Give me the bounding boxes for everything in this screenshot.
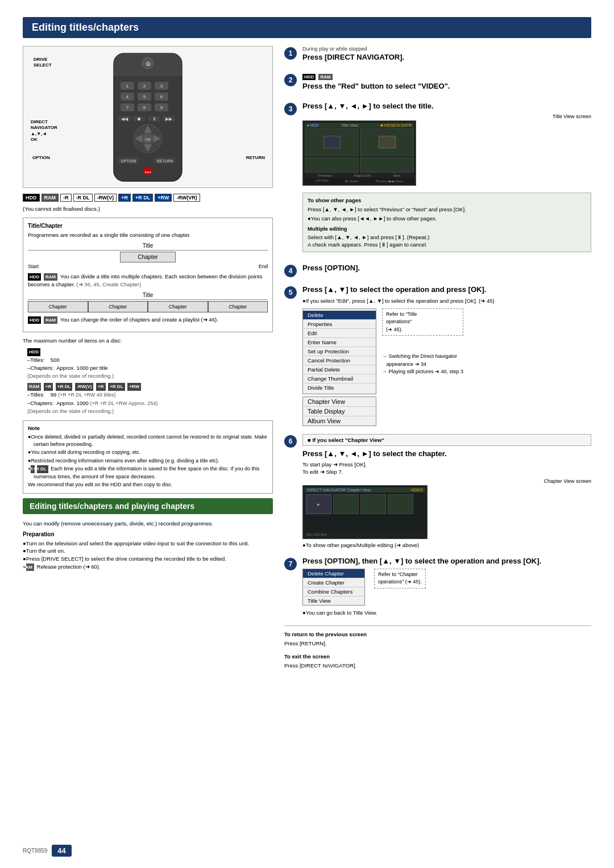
svg-text:⏺: ⏺: [137, 116, 142, 122]
option-label: OPTION: [32, 155, 50, 160]
chapter-block-4: Chapter: [208, 301, 268, 312]
step-5-menu-area: Delete Properties Edit Enter Name Set up…: [302, 308, 591, 426]
note-item-3: ●Restricted recording information remain…: [28, 457, 268, 465]
menu-properties: Properties: [303, 320, 376, 329]
step-2-num: 2: [284, 74, 297, 86]
step-6-to-edit: To edit ➜ Step 7.: [302, 469, 591, 475]
step-6: 6 ■ If you select "Chapter View" Press […: [284, 434, 591, 549]
step-7-menu: Delete Chapter Create Chapter Combine Ch…: [302, 569, 365, 606]
note-box: Note ●Once deleted, divided or partially…: [23, 420, 273, 494]
if-select-box: ■ If you select "Chapter View": [302, 434, 591, 446]
screen-label-3: Title View screen: [302, 114, 591, 119]
ram-badges-row: RAM +R +R DL -RW(V) +R +R DL +RW: [27, 382, 273, 391]
right-column: 1 During play or while stopped Press [DI…: [284, 46, 591, 670]
title-label1: Title: [28, 243, 268, 249]
step-6-num: 6: [284, 435, 297, 448]
step-5-menu: Delete Properties Edit Enter Name Set up…: [302, 308, 376, 394]
ch-screen-footer: No. 1/10 Edit: [305, 532, 425, 537]
menu-enter-name: Enter Name: [303, 338, 376, 347]
svg-text:⏻: ⏻: [146, 61, 151, 66]
note-item-5: We recommend that you edit on the HDD an…: [28, 481, 268, 489]
prep-items: ●Turn on the television and select the a…: [23, 540, 273, 571]
menu-album-view: Album View: [303, 416, 376, 425]
annotation-title-ops: Refer to "Titleoperations"(➜ 45).: [382, 308, 463, 336]
step-5-num: 5: [284, 286, 297, 299]
note-item-4: ●+R +R DL Each time you edit a title the…: [28, 465, 268, 480]
svg-text:RETURN: RETURN: [156, 159, 173, 163]
compat-note: (You cannot edit finalised discs.): [23, 205, 273, 213]
step-1: 1 During play or while stopped Press [DI…: [284, 46, 591, 65]
tc-diagram2: Title Chapter Chapter Chapter Chapter: [28, 292, 268, 312]
show-pages-desc1: Press [▲, ▼, ◄, ►] to select "Previous" …: [308, 206, 586, 213]
step-3-content: Press [▲, ▼, ◄, ►] to select the title. …: [302, 102, 591, 256]
step-5-content: Press [▲, ▼] to select the operation and…: [302, 285, 591, 425]
ram-titles: –Titles: 99 (+R +R DL +RW 49 titles): [27, 391, 273, 399]
hdd-spec-title: HDD: [27, 348, 273, 356]
menu-divide: Divide Title: [303, 383, 376, 392]
step-5-note: ●If you select "Edit", press [▲, ▼] to s…: [302, 297, 591, 304]
ram-depends: (Depends on the state of recording.): [27, 407, 273, 415]
hdd-depends: (Depends on the state of recording.): [27, 372, 273, 380]
return-label: RETURN: [246, 155, 265, 160]
step-5-menu-wrapper: Delete Properties Edit Enter Name Set up…: [302, 308, 376, 426]
drive-select-label: DRIVESELECT: [34, 57, 52, 69]
annotation-ch-ops: Refer to "Chapteroperations" (➜ 45).: [374, 569, 426, 589]
badge-plusrdl: +R DL: [132, 194, 153, 202]
svg-text:2: 2: [143, 84, 146, 89]
step-3-left: Title View screen ♦ HDDTitle View■ HD/SD…: [302, 114, 591, 189]
badge-rdl: -R DL: [73, 194, 93, 202]
bottom-notes: To return to the previous screen Press […: [284, 625, 591, 670]
svg-text:◀◀: ◀◀: [121, 116, 128, 122]
main-layout: ⏻ 1 2 3 4 5 6: [23, 46, 591, 670]
badge-rwvr: -RW(VR): [173, 194, 200, 202]
menu-delete: Delete: [303, 311, 376, 320]
note-title: Note: [28, 424, 268, 432]
annotation-switch: → Switching the Direct Navigator appeara…: [382, 353, 463, 376]
step-1-num: 1: [284, 47, 297, 60]
prep-item-1: ●Turn on the television and select the a…: [23, 540, 273, 548]
step-7-content: Press [OPTION], then [▲, ▼] to select th…: [302, 557, 591, 616]
step-1-subtitle: During play or while stopped: [302, 46, 591, 52]
tc-desc2: HDD RAM You can divide a title into mult…: [28, 273, 268, 289]
page-number-area: RQT8859 44: [23, 845, 72, 857]
remote-svg: ⏻ 1 2 3 4 5 6: [97, 51, 199, 184]
badge-ram: RAM: [42, 194, 59, 202]
title-view-wrapper: Title View screen ♦ HDDTitle View■ HD/SD…: [302, 114, 591, 186]
ram-chapters: –Chapters: Approx. 1000 (+R +R DL +RW Ap…: [27, 399, 273, 408]
svg-text:4: 4: [126, 94, 129, 99]
svg-text:1: 1: [126, 84, 129, 89]
svg-text:9: 9: [160, 105, 163, 110]
end-label: End: [259, 264, 268, 269]
step-7-note: ●You can go back to Title View.: [302, 609, 591, 616]
chapter-screen-label: Chapter View screen: [302, 478, 591, 484]
screen-grid-3: [305, 128, 414, 173]
step-7-annotation: Refer to "Chapteroperations" (➜ 45).: [374, 569, 426, 589]
badge-plusr: +R: [118, 194, 131, 202]
tc-badge-hdd: HDD: [28, 273, 41, 281]
step-5-annotations: Refer to "Titleoperations"(➜ 45). → Swit…: [382, 308, 463, 376]
step-5-main: Press [▲, ▼] to select the operation and…: [302, 285, 591, 295]
compat-bar: HDD RAM -R -R DL -RW(V) +R +R DL +RW -RW…: [23, 194, 273, 202]
svg-text:OK: OK: [145, 137, 151, 141]
tc-diagram1: Title Chapter Start End: [28, 243, 268, 269]
ch-menu-combine: Combine Chapters: [303, 587, 364, 596]
svg-text:8: 8: [143, 105, 146, 110]
step-4-num: 4: [284, 265, 297, 277]
step-2-content: HDD RAM Press the "Red" button to select…: [302, 73, 591, 94]
exit-desc: Press [DIRECT NAVIGATOR].: [284, 662, 591, 670]
step-3-num: 3: [284, 103, 297, 115]
step-2: 2 HDD RAM Press the "Red" button to sele…: [284, 73, 591, 94]
step-6-start-play: To start play ➜ Press [OK].: [302, 461, 591, 468]
device-image-box: ⏻ 1 2 3 4 5 6: [23, 46, 273, 188]
exit-title: To exit the screen: [284, 653, 591, 661]
step-7: 7 Press [OPTION], then [▲, ▼] to select …: [284, 557, 591, 616]
step-4: 4 Press [OPTION].: [284, 264, 591, 277]
menu-partial-del: Partial Delete: [303, 365, 376, 374]
section-title: Editing titles/chapters: [23, 17, 591, 38]
svg-text:3: 3: [160, 84, 163, 89]
step-6-show-other: ●To show other pages/Multiple editing (➜…: [302, 541, 591, 549]
chapter-view-screen: DIRECT NAVIGATOR Chapter ViewVIDEO ▶ No.…: [302, 485, 428, 539]
hdd-chapters: –Chapters: Approx. 1000 per title: [27, 364, 273, 372]
screen-footer-3: PreviousPage(1/10)Next: [305, 173, 414, 178]
multi-edit-desc2: A check mark appears. Press [⏸] again to…: [308, 241, 586, 248]
